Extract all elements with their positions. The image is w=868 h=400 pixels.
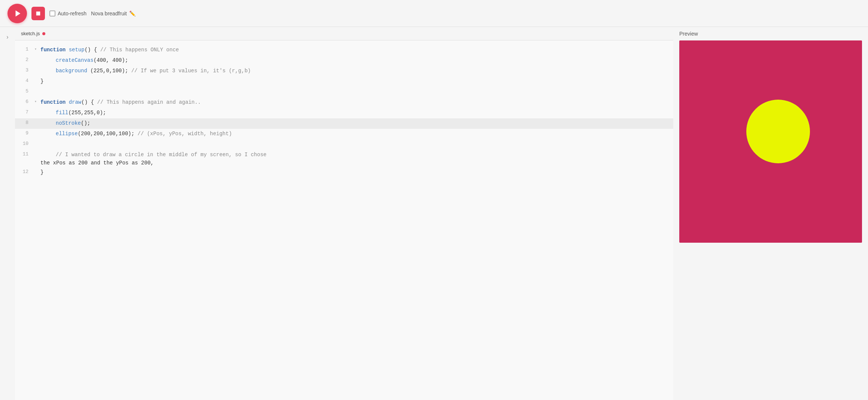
line-number-4: 4 (15, 76, 34, 85)
code-line-5: 5 (15, 87, 673, 97)
play-button[interactable] (7, 4, 27, 23)
code-editor[interactable]: 1 ▾ function setup() { // This happens O… (15, 40, 673, 400)
line-content-8: noStroke(); (40, 118, 673, 127)
toolbar: Auto-refresh Nova breadfruit ✏️ (0, 0, 868, 27)
code-line-9: 9 ellipse(200,200,100,100); // (xPos, yP… (15, 129, 673, 139)
stop-icon (36, 11, 41, 16)
file-modified-indicator (42, 32, 45, 35)
line-number-5: 5 (15, 87, 34, 96)
line-number-6: 6 (15, 97, 34, 106)
line-number-9: 9 (15, 129, 34, 137)
line-number-11: 11 (15, 150, 34, 158)
file-tab-name: sketch.js (21, 31, 40, 36)
sidebar-toggle[interactable]: › (0, 27, 15, 400)
file-tab[interactable]: sketch.js (15, 27, 673, 40)
code-line-2: 2 createCanvas(400, 400); (15, 55, 673, 66)
line-number-1: 1 (15, 45, 34, 54)
line-arrow-1: ▾ (34, 45, 40, 52)
line-number-8: 8 (15, 118, 34, 127)
line-number-2: 2 (15, 55, 34, 64)
line-content-3: background (225,0,100); // If we put 3 v… (40, 66, 673, 75)
svg-rect-1 (36, 11, 40, 15)
line-content-5 (40, 87, 673, 88)
line-content-10 (40, 139, 673, 140)
code-line-12: 12 } (15, 167, 673, 178)
line-arrow-8 (34, 118, 40, 120)
svg-marker-0 (15, 10, 20, 16)
main-layout: › sketch.js 1 ▾ function setup() { // Th… (0, 27, 868, 400)
chevron-right-icon: › (6, 34, 8, 40)
line-number-3: 3 (15, 66, 34, 75)
line-content-4: } (40, 76, 673, 85)
preview-header: Preview (673, 27, 868, 40)
code-line-6: 6 ▾ function draw() { // This happens ag… (15, 97, 673, 108)
code-line-7: 7 fill(255,255,0); (15, 108, 673, 118)
line-arrow-3 (34, 66, 40, 67)
code-line-10: 10 (15, 139, 673, 150)
stop-button[interactable] (31, 7, 45, 20)
line-content-7: fill(255,255,0); (40, 108, 673, 117)
pencil-icon: ✏️ (129, 10, 136, 16)
line-arrow-10 (34, 139, 40, 141)
line-number-7: 7 (15, 108, 34, 116)
auto-refresh-checkbox[interactable] (49, 10, 55, 16)
line-content-1: function setup() { // This happens ONLY … (40, 45, 673, 54)
code-line-3: 3 background (225,0,100); // If we put 3… (15, 66, 673, 76)
preview-canvas (679, 40, 862, 243)
line-content-9: ellipse(200,200,100,100); // (xPos, yPos… (40, 129, 673, 138)
line-number-10: 10 (15, 139, 34, 148)
code-line-4: 4 } (15, 76, 673, 87)
line-arrow-9 (34, 129, 40, 130)
line-arrow-6: ▾ (34, 97, 40, 105)
line-arrow-12 (34, 167, 40, 169)
code-line-8: 8 noStroke(); (15, 118, 673, 129)
line-arrow-7 (34, 108, 40, 109)
code-panel: sketch.js 1 ▾ function setup() { // This… (15, 27, 673, 400)
auto-refresh-toggle[interactable]: Auto-refresh (49, 10, 87, 16)
code-line-11: 11 // I wanted to draw a circle in the m… (15, 150, 673, 167)
line-arrow-5 (34, 87, 40, 88)
preview-panel: Preview (673, 27, 868, 400)
line-arrow-4 (34, 76, 40, 78)
code-line-1: 1 ▾ function setup() { // This happens O… (15, 45, 673, 55)
canvas-ellipse (746, 100, 810, 163)
project-name-text: Nova breadfruit (91, 10, 127, 16)
line-number-12: 12 (15, 167, 34, 176)
line-content-2: createCanvas(400, 400); (40, 55, 673, 64)
auto-refresh-label: Auto-refresh (58, 10, 87, 16)
line-content-12: } (40, 167, 673, 176)
project-name[interactable]: Nova breadfruit ✏️ (91, 10, 136, 16)
line-arrow-11 (34, 150, 40, 151)
line-content-11: // I wanted to draw a circle in the midd… (40, 150, 673, 167)
line-content-6: function draw() { // This happens again … (40, 97, 673, 106)
play-icon (14, 9, 22, 18)
line-arrow-2 (34, 55, 40, 57)
